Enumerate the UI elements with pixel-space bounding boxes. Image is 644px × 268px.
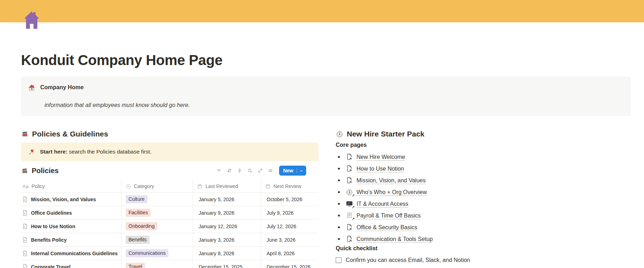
books-icon <box>21 130 29 138</box>
page-link[interactable]: Who’s Who + Org Overview <box>357 189 427 195</box>
policy-page-link[interactable]: How to Use Notion <box>31 224 75 229</box>
last-reviewed-date: December 15, 2025 <box>193 260 261 268</box>
column-header-icon <box>126 184 131 189</box>
core-page-item[interactable]: ↗ Payroll & Time Off Basics <box>336 210 631 221</box>
page-link[interactable]: New Hire Welcome <box>357 154 405 160</box>
column-header-label: Policy <box>32 183 45 189</box>
page-link[interactable]: Communication & Tools Setup <box>357 236 433 242</box>
page-link[interactable]: Mission, Vision, and Values <box>357 177 426 184</box>
todo-checkbox[interactable] <box>336 257 341 263</box>
filter-icon[interactable] <box>216 168 222 173</box>
select-icon <box>126 184 131 189</box>
table-row[interactable]: Office Guidelines Facilities January 9, … <box>21 206 319 220</box>
books-icon <box>21 167 28 175</box>
pushpin-icon <box>28 148 35 155</box>
column-header[interactable]: Aa Policy <box>21 180 121 192</box>
column-header[interactable]: Next Review <box>261 180 319 192</box>
core-page-item[interactable]: New Hire Welcome <box>336 151 631 163</box>
start-here-callout: Start here: search the Policies database… <box>21 143 319 161</box>
expand-icon[interactable] <box>257 168 263 173</box>
doc-icon <box>22 250 28 257</box>
page-link[interactable]: How to Use Notion <box>357 166 404 172</box>
new-button[interactable]: New <box>279 166 306 176</box>
core-page-item[interactable]: ↗ Who’s Who + Org Overview <box>336 186 631 198</box>
next-review-date: July 12, 2026 <box>261 220 319 233</box>
next-review-date: October 5, 2026 <box>261 193 319 206</box>
text-icon: Aa <box>22 184 29 189</box>
page-link[interactable]: IT & Account Access <box>357 201 409 207</box>
policies-table: Aa Policy Category Last Reviewed Next Re… <box>21 180 319 268</box>
starter-pack-heading: New Hire Starter Pack <box>336 129 631 139</box>
house-icon <box>28 84 36 91</box>
company-home-callout: Company Home information that all employ… <box>21 76 631 116</box>
core-page-item[interactable]: How to Use Notion <box>336 163 631 175</box>
bolt-icon[interactable] <box>237 168 242 173</box>
bullet-icon <box>338 191 340 193</box>
notion-page: Konduit Company Home Page Company Home i… <box>0 0 644 268</box>
table-row[interactable]: How to Use Notion Onboarding January 12,… <box>21 220 319 233</box>
column-header[interactable]: Category <box>121 180 193 192</box>
callout-note: information that all employees must know… <box>44 102 624 108</box>
last-reviewed-date: January 5, 2026 <box>193 193 261 206</box>
settings-icon[interactable] <box>268 168 273 173</box>
policies-section-heading: Policies & Guidelines <box>21 129 319 139</box>
next-review-date: April 8, 2026 <box>261 247 319 260</box>
category-tag: Communications <box>126 249 168 257</box>
table-row[interactable]: Corporate Travel Travel December 15, 202… <box>21 260 319 268</box>
policy-page-link[interactable]: Benefits Policy <box>31 237 67 243</box>
starter-pack-title: New Hire Starter Pack <box>347 130 424 138</box>
next-review-date: June 3, 2026 <box>261 233 319 246</box>
table-row[interactable]: Benefits Policy Benefits January 3, 2026… <box>21 233 319 247</box>
category-tag: Culture <box>126 195 147 203</box>
core-page-item[interactable]: Communication & Tools Setup <box>336 233 631 245</box>
page-link[interactable]: Payroll & Time Off Basics <box>357 213 421 219</box>
link-arrow-icon: ↗ <box>351 194 355 197</box>
page-link-icon <box>346 235 353 243</box>
category-tag: Onboarding <box>126 222 157 230</box>
table-row[interactable]: Mission, Vision, and Values Culture Janu… <box>21 193 319 206</box>
page-icon: ↗ <box>346 200 353 208</box>
core-page-item[interactable]: Office & Security Basics <box>336 221 631 233</box>
page-link-icon <box>346 153 353 161</box>
sort-icon[interactable] <box>226 168 232 173</box>
page-icon <box>346 177 353 184</box>
page-icon <box>346 235 353 243</box>
page-icon <box>346 153 353 161</box>
page-icon <box>346 165 353 172</box>
link-arrow-icon: ↗ <box>351 217 355 221</box>
button-divider <box>297 168 297 173</box>
quick-checklist-label: Quick checklist <box>336 245 631 253</box>
core-page-item[interactable]: ↗ IT & Account Access <box>336 198 631 210</box>
core-page-item[interactable]: Mission, Vision, and Values <box>336 175 631 186</box>
column-header-icon <box>265 184 271 189</box>
doc-icon <box>22 223 28 230</box>
bullet-icon <box>338 203 340 205</box>
search-icon[interactable] <box>247 168 253 173</box>
page-link[interactable]: Office & Security Basics <box>357 224 417 231</box>
core-pages-label: Core pages <box>336 142 631 150</box>
table-row[interactable]: Internal Communications Guidelines Commu… <box>21 247 319 260</box>
doc-icon <box>22 196 28 203</box>
callout-title: Company Home <box>40 84 84 91</box>
policies-db-title[interactable]: Policies <box>21 167 59 175</box>
policy-page-link[interactable]: Internal Communications Guidelines <box>31 251 117 256</box>
checklist-item: Confirm you can access Email, Slack, and… <box>336 254 631 266</box>
column-header-label: Next Review <box>273 183 302 189</box>
bullet-icon <box>338 168 340 170</box>
policy-page-link[interactable]: Mission, Vision, and Values <box>31 197 96 202</box>
start-here-text: Start here: search the Policies database… <box>40 149 152 155</box>
policy-page-link[interactable]: Office Guidelines <box>31 210 72 216</box>
bullet-icon <box>338 226 340 229</box>
next-review-date: December 15, 2026 <box>261 260 319 268</box>
page-icon: ↗ <box>346 212 353 219</box>
column-header-label: Category <box>134 183 154 189</box>
column-header[interactable]: Last Reviewed <box>193 180 261 192</box>
page-link-icon <box>346 224 353 231</box>
policies-table-header: Aa Policy Category Last Reviewed Next Re… <box>21 180 319 193</box>
page-title[interactable]: Konduit Company Home Page <box>21 52 631 68</box>
column-header-icon: Aa <box>22 184 29 189</box>
policy-page-link[interactable]: Corporate Travel <box>31 264 70 268</box>
policies-table-body: Mission, Vision, and Values Culture Janu… <box>21 193 319 268</box>
chevron-down-icon[interactable] <box>299 168 304 173</box>
calendar-icon <box>265 184 271 189</box>
